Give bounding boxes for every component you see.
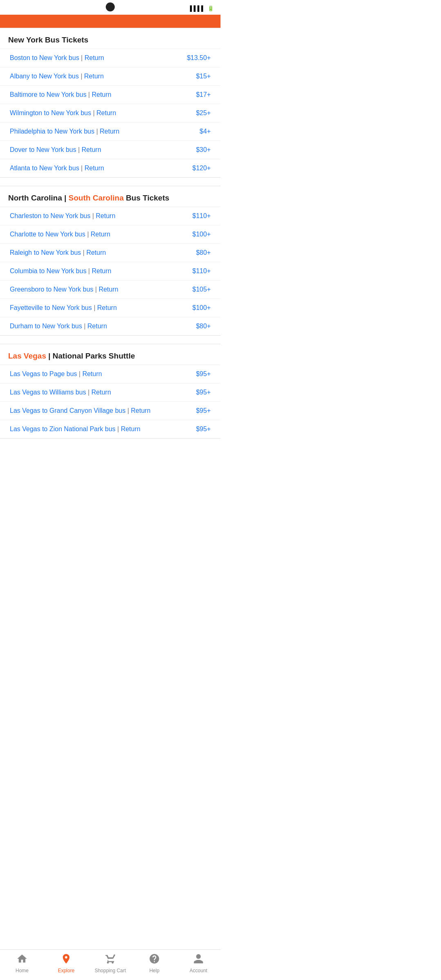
route-row[interactable]: Las Vegas to Williams bus | Return$95+ [0,383,220,401]
route-price: $80+ [196,323,211,330]
route-name: Charlotte to New York bus | Return [10,231,110,238]
route-name: Greensboro to New York bus | Return [10,286,118,293]
route-price: $110+ [192,267,211,275]
route-name: Boston to New York bus | Return [10,54,104,62]
section-new-york: New York Bus TicketsBoston to New York b… [0,28,220,178]
camera-dot [106,2,115,11]
sections-container: New York Bus TicketsBoston to New York b… [0,28,220,439]
route-row[interactable]: Baltimore to New York bus | Return$17+ [0,85,220,104]
route-price: $95+ [196,370,211,378]
route-name: Columbia to New York bus | Return [10,267,111,275]
route-price: $95+ [196,389,211,396]
route-price: $110+ [192,212,211,220]
route-row[interactable]: Las Vegas to Zion National Park bus | Re… [0,420,220,438]
route-row[interactable]: Las Vegas to Grand Canyon Village bus | … [0,401,220,420]
route-row[interactable]: Columbia to New York bus | Return$110+ [0,262,220,280]
route-price: $17+ [196,91,211,98]
route-price: $95+ [196,407,211,414]
route-name: Las Vegas to Zion National Park bus | Re… [10,425,140,433]
route-price: $100+ [192,304,211,312]
route-row[interactable]: Las Vegas to Page bus | Return$95+ [0,365,220,383]
route-row[interactable]: Philadelphia to New York bus | Return$4+ [0,122,220,140]
route-name: Raleigh to New York bus | Return [10,249,106,256]
route-row[interactable]: Durham to New York bus | Return$80+ [0,317,220,335]
route-row[interactable]: Charlotte to New York bus | Return$100+ [0,225,220,243]
page-header [0,15,220,28]
route-row[interactable]: Wilmington to New York bus | Return$25+ [0,104,220,122]
route-name: Charleston to New York bus | Return [10,212,116,220]
route-row[interactable]: Albany to New York bus | Return$15+ [0,67,220,85]
route-row[interactable]: Fayetteville to New York bus | Return$10… [0,298,220,317]
status-bar: ▌▌▌▌ 🔋 [0,0,220,15]
route-price: $13.50+ [187,54,211,62]
route-price: $15+ [196,73,211,80]
route-name: Dover to New York bus | Return [10,146,101,154]
route-price: $30+ [196,146,211,154]
route-price: $120+ [192,165,211,172]
route-name: Durham to New York bus | Return [10,323,107,330]
route-price: $105+ [192,286,211,293]
route-row[interactable]: Raleigh to New York bus | Return$80+ [0,243,220,262]
section-title-nc-sc: North Carolina | South Carolina Bus Tick… [0,186,220,207]
route-name: Fayetteville to New York bus | Return [10,304,117,312]
route-price: $25+ [196,109,211,117]
route-name: Las Vegas to Grand Canyon Village bus | … [10,407,151,414]
route-row[interactable]: Greensboro to New York bus | Return$105+ [0,280,220,298]
section-nc-sc: North Carolina | South Carolina Bus Tick… [0,186,220,336]
route-price: $80+ [196,249,211,256]
route-row[interactable]: Dover to New York bus | Return$30+ [0,140,220,159]
route-name: Baltimore to New York bus | Return [10,91,111,98]
route-row[interactable]: Atlanta to New York bus | Return$120+ [0,159,220,177]
section-title-new-york: New York Bus Tickets [0,28,220,49]
route-price: $95+ [196,425,211,433]
route-price: $100+ [192,231,211,238]
route-price: $4+ [200,128,211,135]
route-name: Philadelphia to New York bus | Return [10,128,119,135]
section-title-las-vegas: Las Vegas | National Parks Shuttle [0,344,220,365]
route-name: Las Vegas to Williams bus | Return [10,389,111,396]
route-name: Atlanta to New York bus | Return [10,165,104,172]
route-name: Las Vegas to Page bus | Return [10,370,102,378]
signal-icon: ▌▌▌▌ [190,5,205,11]
battery-icon: 🔋 [207,5,214,11]
route-name: Albany to New York bus | Return [10,73,104,80]
route-name: Wilmington to New York bus | Return [10,109,116,117]
section-las-vegas: Las Vegas | National Parks ShuttleLas Ve… [0,344,220,439]
route-row[interactable]: Charleston to New York bus | Return$110+ [0,207,220,225]
status-indicators: ▌▌▌▌ 🔋 [187,5,214,11]
route-row[interactable]: Boston to New York bus | Return$13.50+ [0,49,220,67]
